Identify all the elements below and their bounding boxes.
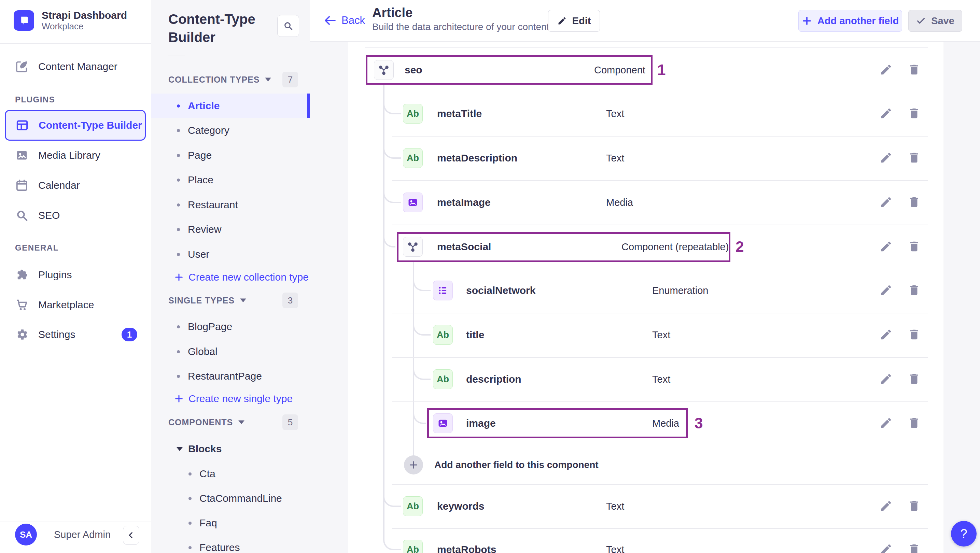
bullet-icon <box>177 350 180 353</box>
collection-item-article[interactable]: Article <box>151 94 310 118</box>
delete-field-button[interactable] <box>908 195 921 209</box>
field-row-metaSocial[interactable]: metaSocial Component (repeatable) <box>348 225 943 269</box>
field-row-seo[interactable]: seo Component <box>348 48 943 92</box>
content-type-builder-icon <box>15 118 29 132</box>
plus-icon <box>174 272 184 282</box>
collapse-sidebar-button[interactable] <box>123 526 139 545</box>
bullet-icon <box>177 325 180 328</box>
component-item-cta[interactable]: Cta <box>151 461 310 486</box>
edit-field-button[interactable] <box>880 372 893 386</box>
field-row-keywords[interactable]: Ab keywords Text <box>348 484 943 528</box>
edit-button[interactable]: Edit <box>548 10 600 32</box>
single-item-blogpage[interactable]: BlogPage <box>151 315 310 339</box>
delete-field-button[interactable] <box>908 151 921 165</box>
delete-field-button[interactable] <box>908 543 921 553</box>
user-avatar[interactable]: SA <box>15 524 37 545</box>
edit-field-button[interactable] <box>880 543 893 553</box>
component-item-features[interactable]: Features <box>151 535 310 553</box>
plus-icon <box>174 394 184 404</box>
delete-field-button[interactable] <box>908 499 921 513</box>
sidebar-item-media-library[interactable]: Media Library <box>0 140 151 170</box>
edit-field-button[interactable] <box>880 151 893 165</box>
delete-field-button[interactable] <box>908 372 921 386</box>
workspace-switcher[interactable]: Strapi Dashboard Workplace <box>14 10 127 32</box>
edit-field-button[interactable] <box>880 328 893 342</box>
bullet-icon <box>188 472 192 475</box>
sidebar-item-label: Calendar <box>38 180 80 191</box>
collection-item-restaurant[interactable]: Restaurant <box>151 192 310 217</box>
edit-field-button[interactable] <box>880 195 893 209</box>
edit-field-button[interactable] <box>880 499 893 513</box>
edit-field-button[interactable] <box>880 416 893 430</box>
collection-item-place[interactable]: Place <box>151 168 310 192</box>
field-row-metaImage[interactable]: metaImage Media <box>348 180 943 225</box>
collection-item-page[interactable]: Page <box>151 143 310 168</box>
text-field-icon: Ab <box>403 540 423 553</box>
sidebar-item-seo[interactable]: SEO <box>0 200 151 230</box>
field-name: metaTitle <box>437 108 482 119</box>
collection-types-header[interactable]: COLLECTION TYPES <box>168 75 271 85</box>
components-header[interactable]: COMPONENTS <box>168 418 245 427</box>
back-link[interactable]: Back <box>324 14 365 27</box>
field-row-description[interactable]: Ab description Text <box>348 357 943 401</box>
collection-item-user[interactable]: User <box>151 242 310 267</box>
delete-field-button[interactable] <box>908 240 921 254</box>
field-row-metaTitle[interactable]: Ab metaTitle Text <box>348 92 943 136</box>
help-button[interactable]: ? <box>951 521 977 547</box>
search-button[interactable] <box>277 15 299 37</box>
sidebar-item-content-type-builder[interactable]: Content-Type Builder <box>5 110 146 141</box>
bullet-icon <box>177 129 180 132</box>
sidebar-item-marketplace[interactable]: Marketplace <box>0 290 151 320</box>
edit-field-button[interactable] <box>880 107 893 121</box>
annotation-number-3: 3 <box>695 415 703 432</box>
component-item-ctacommandline[interactable]: CtaCommandLine <box>151 486 310 511</box>
bullet-icon <box>188 521 192 525</box>
component-group-blocks[interactable]: Blocks <box>177 443 222 455</box>
delete-field-button[interactable] <box>908 284 921 297</box>
delete-field-button[interactable] <box>908 63 921 77</box>
single-item-global[interactable]: Global <box>151 339 310 364</box>
delete-field-button[interactable] <box>908 328 921 342</box>
collection-types-label: COLLECTION TYPES <box>168 75 259 85</box>
sidebar-item-calendar[interactable]: Calendar <box>0 170 151 200</box>
create-single-type-link[interactable]: Create new single type <box>174 393 293 405</box>
component-item-faq[interactable]: Faq <box>151 511 310 535</box>
delete-field-button[interactable] <box>908 416 921 430</box>
add-component-field-label[interactable]: Add another field to this component <box>434 459 598 470</box>
sidebar-item-label: Plugins <box>38 269 72 281</box>
single-types-header[interactable]: SINGLE TYPES <box>168 296 246 305</box>
plus-icon <box>409 460 418 470</box>
field-row-metaRobots[interactable]: Ab metaRobots Text <box>348 528 943 553</box>
collection-item-category[interactable]: Category <box>151 118 310 143</box>
strapi-logo-icon <box>14 10 34 31</box>
annotation-number-2: 2 <box>735 238 744 255</box>
field-row-metaDescription[interactable]: Ab metaDescription Text <box>348 136 943 180</box>
delete-field-button[interactable] <box>908 107 921 121</box>
add-another-field-button[interactable]: Add another field <box>798 10 902 32</box>
components-label: COMPONENTS <box>168 418 233 427</box>
settings-notification-badge: 1 <box>122 328 137 342</box>
collection-item-review[interactable]: Review <box>151 217 310 242</box>
component-field-icon <box>403 237 423 257</box>
edit-field-button[interactable] <box>880 240 893 254</box>
edit-field-button[interactable] <box>880 63 893 77</box>
field-type: Media <box>652 418 679 429</box>
bullet-icon <box>177 228 180 231</box>
field-row-title[interactable]: Ab title Text <box>348 313 943 357</box>
edit-field-button[interactable] <box>880 284 893 297</box>
single-item-restaurantpage[interactable]: RestaurantPage <box>151 364 310 388</box>
search-icon <box>283 21 294 32</box>
component-field-icon <box>374 60 394 80</box>
field-row-socialNetwork[interactable]: socialNetwork Enumeration <box>348 268 943 313</box>
create-collection-type-link[interactable]: Create new collection type <box>174 272 309 283</box>
add-component-field-button[interactable] <box>404 455 423 475</box>
save-button[interactable]: Save <box>908 10 962 32</box>
sidebar-item-plugins[interactable]: Plugins <box>0 260 151 290</box>
sidebar-item-content-manager[interactable]: Content Manager <box>0 52 151 82</box>
field-type: Component <box>594 65 645 76</box>
calendar-icon <box>15 178 29 192</box>
single-types-label: SINGLE TYPES <box>168 296 235 305</box>
chevron-down-icon <box>238 421 245 424</box>
field-name: image <box>466 418 496 429</box>
field-row-image[interactable]: image Media <box>348 401 943 445</box>
